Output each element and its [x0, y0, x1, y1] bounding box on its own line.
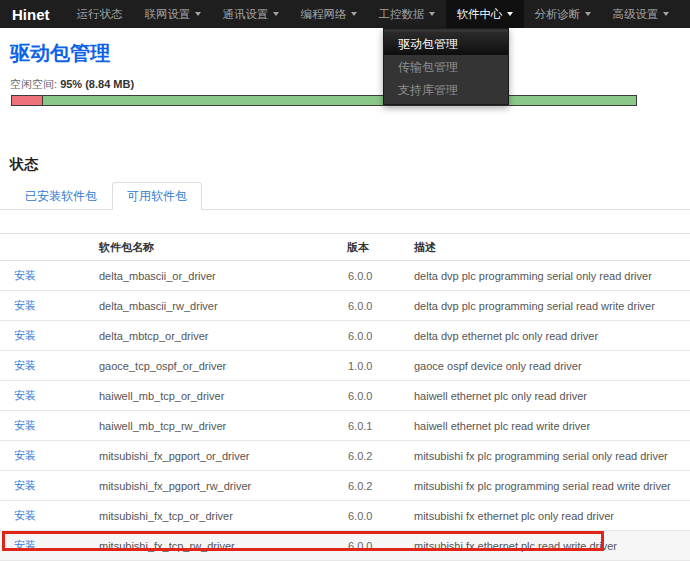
nav-item-label: 通讯设置	[223, 7, 269, 22]
description-cell: delta dvp ethernet plc only read driver	[412, 321, 690, 351]
install-link[interactable]: 安装	[14, 449, 36, 461]
menu-item-support-library-management[interactable]: 支持库管理	[384, 78, 508, 101]
table-row: 安装delta_mbtcp_or_driver6.0.0delta dvp et…	[0, 321, 690, 351]
software-center-dropdown: 驱动包管理传输包管理支持库管理	[383, 28, 509, 105]
install-link[interactable]: 安装	[14, 509, 36, 521]
install-link[interactable]: 安装	[14, 329, 36, 341]
description-cell: mitsubishi fx plc programming serial onl…	[412, 441, 690, 471]
install-link[interactable]: 安装	[14, 389, 36, 401]
package-name-cell: mitsubishi_fx_tcp_rw_driver	[97, 531, 345, 561]
nav-item-label: 软件中心	[457, 7, 503, 22]
nav-item-comm-settings[interactable]: 通讯设置	[212, 0, 290, 28]
page-title: 驱动包管理	[10, 40, 110, 67]
description-cell: gaoce ospf device only read driver	[412, 351, 690, 381]
description-cell: delta dvp plc programming serial only re…	[412, 261, 690, 291]
version-cell: 6.0.0	[345, 291, 412, 321]
package-name-cell: mitsubishi_fx_pgport_or_driver	[97, 441, 345, 471]
caret-down-icon	[351, 12, 357, 16]
free-space-line: 空闲空间: 95% (8.84 MB)	[10, 77, 134, 92]
version-cell: 6.0.0	[345, 501, 412, 531]
install-link[interactable]: 安装	[14, 359, 36, 371]
install-cell: 安装	[0, 381, 97, 411]
install-link[interactable]: 安装	[14, 479, 36, 491]
table-row: 安装mitsubishi_fx_pgport_rw_driver6.0.2mit…	[0, 471, 690, 501]
column-header: 软件包名称	[97, 234, 345, 261]
caret-down-icon	[585, 12, 591, 16]
caret-down-icon	[663, 12, 669, 16]
install-cell: 安装	[0, 441, 97, 471]
caret-down-icon	[429, 12, 435, 16]
version-cell: 6.0.2	[345, 471, 412, 501]
package-name-cell: haiwell_mb_tcp_rw_driver	[97, 411, 345, 441]
column-header: 描述	[412, 234, 690, 261]
package-table: 软件包名称版本描述 安装delta_mbascii_or_driver6.0.0…	[0, 233, 690, 561]
top-navbar: Hinet 运行状态联网设置通讯设置编程网络工控数据软件中心分析诊断高级设置系统…	[0, 0, 690, 28]
table-row: 安装delta_mbascii_rw_driver6.0.0delta dvp …	[0, 291, 690, 321]
install-cell: 安装	[0, 501, 97, 531]
table-header-row: 软件包名称版本描述	[0, 234, 690, 261]
version-cell: 1.0.0	[345, 351, 412, 381]
caret-down-icon	[273, 12, 279, 16]
nav-item-label: 运行状态	[77, 7, 123, 22]
free-space-value: 95% (8.84 MB)	[60, 78, 134, 90]
nav-item-label: 工控数据	[379, 7, 425, 22]
package-tabs: 已安装软件包可用软件包	[0, 182, 690, 210]
install-link[interactable]: 安装	[14, 299, 36, 311]
version-cell: 6.0.0	[345, 321, 412, 351]
nav-item-programming-network[interactable]: 编程网络	[290, 0, 368, 28]
menu-item-driver-package-management[interactable]: 驱动包管理	[384, 32, 508, 55]
nav-item-label: 联网设置	[145, 7, 191, 22]
nav-item-analysis-diagnosis[interactable]: 分析诊断	[524, 0, 602, 28]
package-name-cell: delta_mbascii_rw_driver	[97, 291, 345, 321]
install-cell: 安装	[0, 291, 97, 321]
description-cell: delta dvp plc programming serial read wr…	[412, 291, 690, 321]
description-cell: haiwell ethernet plc only read driver	[412, 381, 690, 411]
used-space-segment	[12, 96, 43, 105]
free-space-label: 空闲空间:	[10, 78, 57, 90]
free-space-segment	[43, 96, 636, 105]
table-row: 安装haiwell_mb_tcp_or_driver6.0.0haiwell e…	[0, 381, 690, 411]
package-name-cell: mitsubishi_fx_tcp_or_driver	[97, 501, 345, 531]
install-cell: 安装	[0, 411, 97, 441]
package-name-cell: delta_mbtcp_or_driver	[97, 321, 345, 351]
package-name-cell: haiwell_mb_tcp_or_driver	[97, 381, 345, 411]
install-cell: 安装	[0, 531, 97, 561]
install-cell: 安装	[0, 471, 97, 501]
tab-available-packages[interactable]: 可用软件包	[112, 182, 202, 210]
package-name-cell: delta_mbascii_or_driver	[97, 261, 345, 291]
status-heading: 状态	[10, 156, 38, 174]
description-cell: haiwell ethernet plc read write driver	[412, 411, 690, 441]
free-space-progressbar	[11, 95, 637, 106]
table-row: 安装mitsubishi_fx_tcp_or_driver6.0.0mitsub…	[0, 501, 690, 531]
table-row: 安装gaoce_tcp_ospf_or_driver1.0.0gaoce osp…	[0, 351, 690, 381]
nav-item-label: 高级设置	[613, 7, 659, 22]
column-header: 版本	[345, 234, 412, 261]
nav-item-system-settings[interactable]: 系统设置	[680, 0, 690, 28]
install-link[interactable]: 安装	[14, 419, 36, 431]
version-cell: 6.0.0	[345, 531, 412, 561]
description-cell: mitsubishi fx plc programming serial rea…	[412, 471, 690, 501]
nav-item-label: 编程网络	[301, 7, 347, 22]
install-link[interactable]: 安装	[14, 269, 36, 281]
package-name-cell: gaoce_tcp_ospf_or_driver	[97, 351, 345, 381]
table-row: 安装mitsubishi_fx_pgport_or_driver6.0.2mit…	[0, 441, 690, 471]
column-header	[0, 234, 97, 261]
nav-item-run-status[interactable]: 运行状态	[66, 0, 134, 28]
nav-item-network-settings[interactable]: 联网设置	[134, 0, 212, 28]
caret-down-icon	[195, 12, 201, 16]
nav-item-industrial-data[interactable]: 工控数据	[368, 0, 446, 28]
table-row: 安装mitsubishi_fx_tcp_rw_driver6.0.0mitsub…	[0, 531, 690, 561]
install-link[interactable]: 安装	[14, 539, 36, 551]
version-cell: 6.0.1	[345, 411, 412, 441]
brand-logo[interactable]: Hinet	[12, 6, 50, 23]
nav-item-software-center[interactable]: 软件中心	[446, 0, 524, 28]
tab-installed-packages[interactable]: 已安装软件包	[10, 182, 112, 210]
version-cell: 6.0.0	[345, 381, 412, 411]
description-cell: mitsubishi fx ethernet plc only read dri…	[412, 501, 690, 531]
navbar-menu: 运行状态联网设置通讯设置编程网络工控数据软件中心分析诊断高级设置系统设置退出	[66, 0, 690, 28]
menu-item-transfer-package-management[interactable]: 传输包管理	[384, 55, 508, 78]
table-row: 安装haiwell_mb_tcp_rw_driver6.0.1haiwell e…	[0, 411, 690, 441]
package-name-cell: mitsubishi_fx_pgport_rw_driver	[97, 471, 345, 501]
nav-item-advanced-settings[interactable]: 高级设置	[602, 0, 680, 28]
nav-item-label: 分析诊断	[535, 7, 581, 22]
